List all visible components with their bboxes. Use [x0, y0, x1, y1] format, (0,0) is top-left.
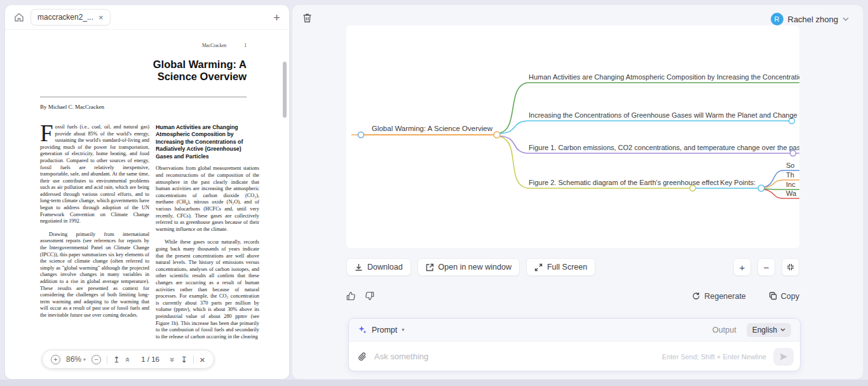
regenerate-icon	[692, 292, 700, 300]
mindmap-keypoint-label[interactable]: Th	[786, 171, 794, 179]
document-tab-label: maccracken2_...	[37, 13, 93, 22]
zoom-level-value: 86%	[66, 355, 81, 364]
send-icon	[779, 352, 788, 361]
drop-cap: F	[40, 124, 55, 142]
add-tab-button[interactable]: +	[273, 11, 280, 24]
download-icon	[355, 263, 363, 272]
fullscreen-icon	[534, 263, 543, 272]
thumbs-up-icon[interactable]	[346, 291, 356, 301]
mindmap-keypoint-label[interactable]: Inc	[786, 181, 796, 188]
prompt-label[interactable]: Prompt	[372, 326, 397, 334]
output-label: Output	[712, 326, 736, 334]
pdf-document-title: Global Warming: A Science Overview	[40, 59, 267, 83]
root-left-node[interactable]	[358, 132, 364, 138]
user-name: Rachel zhong	[788, 15, 839, 24]
pdf-tab-bar: maccracken2_... × +	[5, 5, 289, 29]
map-zoom-in-button[interactable]: +	[733, 258, 751, 276]
mindmap-keypoint-label[interactable]: Wa	[786, 190, 797, 197]
sparkle-icon	[358, 325, 367, 334]
fit-view-button[interactable]	[782, 258, 799, 276]
tab-close-icon[interactable]: ×	[98, 13, 104, 22]
pdf-viewer-panel: maccracken2_... × + MacCracken 1 Global …	[5, 5, 289, 379]
mindmap-keypoints-label[interactable]: Key Points:	[720, 179, 756, 186]
attachment-icon[interactable]	[358, 352, 367, 362]
pdf-column-2: Human Activities are Changing Atmospheri…	[156, 124, 267, 340]
mindmap-branch-label[interactable]: Figure 1. Carbon emissions, CO2 concentr…	[529, 144, 799, 151]
pdf-page-area: MacCracken 1 Global Warming: A Science O…	[5, 29, 289, 379]
previous-pages-icon[interactable]: «	[123, 357, 133, 361]
full-screen-button[interactable]: Full Screen	[526, 258, 595, 276]
paragraph: While these gases occur naturally, recor…	[156, 239, 259, 340]
branch-curve	[500, 83, 527, 133]
copy-icon	[769, 292, 777, 300]
first-page-icon[interactable]: ↥	[113, 355, 120, 364]
root-node[interactable]	[494, 132, 500, 138]
ask-input[interactable]	[374, 352, 655, 361]
mindmap-keypoint-label[interactable]: So	[786, 162, 794, 169]
pdf-byline: By Michael C. MacCracken	[40, 104, 267, 110]
next-pages-icon[interactable]: »	[168, 357, 177, 361]
mindmap-chat-panel: R Rachel zhong Global Warming: A Science…	[292, 5, 863, 379]
prompt-header: Prompt ▾ Output English	[349, 319, 800, 341]
running-head-page-number: 1	[244, 43, 247, 48]
mindmap-branch-label[interactable]: Figure 2. Schematic diagram of the Earth…	[529, 179, 719, 186]
pdf-column-1: Fossil fuels (i.e., coal, oil, and natur…	[40, 124, 149, 340]
zoom-in-icon[interactable]: +	[51, 355, 60, 364]
section-heading: Human Activities are Changing Atmospheri…	[156, 124, 259, 161]
zoom-level-dropdown[interactable]: 86% ▾	[66, 355, 86, 364]
pdf-scrollbar[interactable]	[283, 62, 287, 118]
close-toolbar-icon[interactable]: ×	[200, 354, 205, 365]
copy-button[interactable]: Copy	[769, 292, 799, 301]
pdf-toolbar: + 86% ▾ − ↥ « 1 / 16 » ↧ ×	[42, 350, 214, 369]
page-indicator[interactable]: 1 / 16	[136, 354, 165, 365]
mindmap-branch-label[interactable]: Increasing the Concentrations of Greenho…	[529, 111, 799, 119]
open-new-window-button[interactable]: Open in new window	[417, 258, 520, 276]
prompt-card: Prompt ▾ Output English Enter Send; Shif…	[348, 318, 801, 371]
toolbar-divider	[107, 355, 107, 364]
regenerate-button[interactable]: Regenerate	[692, 292, 745, 301]
paragraph: Observations from global measurement sta…	[156, 165, 259, 233]
zoom-out-icon[interactable]: −	[92, 355, 101, 364]
external-link-icon	[426, 263, 434, 272]
mindmap-actions-row: Download Open in new window Full Screen …	[346, 258, 799, 276]
home-icon[interactable]	[14, 12, 24, 22]
mindmap-root-label[interactable]: Global Warming: A Science Overview	[372, 125, 493, 132]
prompt-input-row: Enter Send; Shift + Enter Newline	[349, 341, 800, 371]
thumbs-down-icon[interactable]	[365, 291, 374, 301]
avatar: R	[771, 13, 783, 25]
paragraph: Drawing primarily from international ass…	[40, 231, 149, 319]
toolbar-divider	[193, 355, 194, 364]
title-divider	[40, 97, 247, 97]
mindmap-canvas[interactable]: Global Warming: A Science Overview Human…	[346, 25, 799, 248]
prompt-caret-icon[interactable]: ▾	[402, 327, 404, 333]
running-head-author: MacCracken	[202, 43, 226, 48]
map-zoom-out-button[interactable]: −	[757, 258, 775, 276]
chevron-down-icon	[780, 328, 785, 331]
caret-down-icon: ▾	[83, 357, 86, 362]
paragraph: ossil fuels (i.e., coal, oil, and natura…	[40, 124, 149, 224]
mindmap-branch-label[interactable]: Human Activities are Changing Atmospheri…	[529, 73, 799, 81]
pdf-page: MacCracken 1 Global Warming: A Science O…	[5, 30, 289, 340]
document-tab[interactable]: maccracken2_... ×	[31, 9, 111, 25]
enter-hint: Enter Send; Shift + Enter Newline	[662, 353, 766, 361]
page-bottom-strip	[0, 380, 868, 386]
user-menu[interactable]: R Rachel zhong	[771, 13, 850, 25]
trash-icon[interactable]	[302, 13, 312, 25]
chevron-down-icon	[843, 17, 849, 21]
pdf-running-head: MacCracken 1	[40, 43, 267, 48]
send-button[interactable]	[773, 348, 794, 366]
language-select[interactable]: English	[747, 323, 791, 337]
feedback-row: Regenerate Copy	[346, 291, 799, 301]
keypoints-node[interactable]	[758, 185, 764, 191]
last-page-icon[interactable]: ↧	[180, 355, 187, 364]
contract-icon	[787, 263, 794, 271]
download-button[interactable]: Download	[346, 258, 411, 276]
